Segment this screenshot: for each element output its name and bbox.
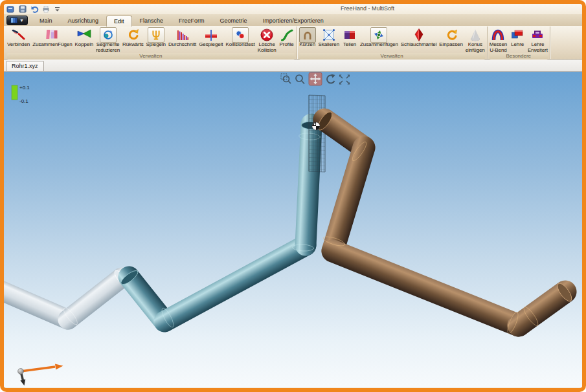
button-lehre-erweitert[interactable]: Lehre Erweitert [526, 27, 549, 53]
button-koppeln[interactable]: Koppeln [74, 27, 95, 48]
ribbon-tab-strip: ▼ Main Ausrichtung Edit Flansche FreeFor… [4, 14, 582, 26]
button-konus-einfuegen[interactable]: Konus einfügen [464, 27, 486, 53]
tab-edit[interactable]: Edit [106, 16, 132, 27]
ribbon-group-verwalten-2: Kürzen Skalieren Teilen Zusammenfügen Sc… [297, 27, 488, 59]
button-teilen[interactable]: Teilen [341, 27, 359, 48]
ribbon-group-verwalten-1: Verbinden ZusammenFügen Koppeln Segmente… [5, 27, 297, 59]
tab-freeform[interactable]: FreeForm [171, 15, 212, 26]
chevron-down-icon: ▼ [19, 18, 24, 23]
button-spiegeln[interactable]: Spiegeln [145, 27, 167, 48]
mirrored-icon [203, 27, 219, 42]
ribbon-group-besondere: Messen U-Bend Lehre Lehre Erweitert Beso… [488, 27, 550, 59]
button-skalieren[interactable]: Skalieren [317, 27, 341, 48]
undo-icon[interactable] [29, 5, 39, 14]
measure-ubend-icon [490, 27, 506, 42]
button-kuerzen[interactable]: Kürzen [298, 27, 317, 48]
button-ruekwaerts[interactable]: Rükwärts [121, 27, 145, 48]
legend-min-label: -0.1 [19, 98, 28, 104]
button-gespiegelt[interactable]: Gespiegelt [197, 27, 224, 48]
button-loesche-kollision[interactable]: Lösche Kollision [256, 27, 278, 53]
application-menu-button[interactable]: ▼ [6, 16, 28, 25]
hose-jacket-icon [411, 27, 427, 42]
button-verbinden[interactable]: Verbinden [6, 27, 31, 48]
reduce-segments-icon [100, 27, 117, 43]
document-tab-strip: Rohr1.xyz [4, 60, 582, 72]
sphere-marker [312, 122, 320, 130]
title-bar: FreeHand - MultiSoft [4, 4, 582, 14]
viewport-background [4, 72, 582, 387]
button-kollisionstest[interactable]: Kollisionstest [224, 27, 256, 48]
collision-test-icon [232, 27, 249, 43]
gauge-icon [510, 27, 525, 42]
split-icon [342, 27, 357, 42]
button-lehre[interactable]: Lehre [508, 27, 526, 48]
cone-insert-icon [468, 27, 483, 42]
legend-color-bar [12, 85, 17, 100]
group-label: Besondere [490, 53, 548, 60]
button-messen-ubend[interactable]: Messen U-Bend [488, 27, 508, 53]
app-window: FreeHand - MultiSoft ▼ Main Ausrichtung … [0, 0, 586, 392]
button-zusammenfuegen-2[interactable]: Zusammenfügen [359, 27, 400, 48]
tab-main[interactable]: Main [32, 15, 60, 26]
fit-in-icon [444, 27, 459, 42]
group-label: Verwalten [7, 53, 295, 60]
delete-collision-icon [259, 27, 275, 42]
button-segmente-reduzieren[interactable]: Segmente reduzieren [95, 27, 121, 53]
tab-geometrie[interactable]: Geometrie [212, 15, 255, 26]
ribbon: Verbinden ZusammenFügen Koppeln Segmente… [4, 26, 582, 60]
viewport-3d-canvas[interactable]: +0.1 -0.1 [4, 72, 582, 387]
scale-icon [321, 27, 337, 42]
tab-importieren-exportieren[interactable]: Importieren/Exportieren [255, 15, 332, 26]
qat-dropdown-icon[interactable] [52, 5, 62, 14]
document-tab-rohr1[interactable]: Rohr1.xyz [6, 61, 44, 71]
tab-flansche[interactable]: Flansche [132, 15, 172, 26]
button-einpassen[interactable]: Einpassen [438, 27, 464, 48]
merge-icon [45, 27, 60, 42]
cross-section-icon [175, 27, 190, 42]
reverse-icon [125, 27, 141, 42]
application-menu-icon [10, 17, 17, 23]
trim-icon [299, 27, 316, 43]
app-icon[interactable] [6, 5, 16, 14]
mirror-icon [148, 27, 164, 43]
pan-icon[interactable] [309, 72, 322, 85]
quick-access-toolbar [6, 5, 62, 14]
legend-max-label: +0.1 [19, 85, 30, 91]
tab-ausrichtung[interactable]: Ausrichtung [60, 15, 107, 26]
connect-icon [11, 27, 27, 42]
window-title: FreeHand - MultiSoft [341, 5, 394, 12]
join-icon [370, 27, 387, 43]
measure-grid-plane [309, 95, 325, 172]
button-schlauchmantel[interactable]: Schlauchmantel [400, 27, 438, 48]
couple-icon [76, 27, 92, 42]
group-label: Verwalten [299, 53, 485, 60]
save-icon[interactable] [17, 5, 27, 14]
button-profile[interactable]: Profile [278, 27, 296, 48]
profile-icon [279, 27, 295, 42]
button-zusammenfuegen-1[interactable]: ZusammenFügen [31, 27, 73, 48]
button-durchschnitt[interactable]: Durchschnitt [167, 27, 197, 48]
gauge-extended-icon [530, 27, 545, 42]
print-icon[interactable] [41, 5, 51, 14]
